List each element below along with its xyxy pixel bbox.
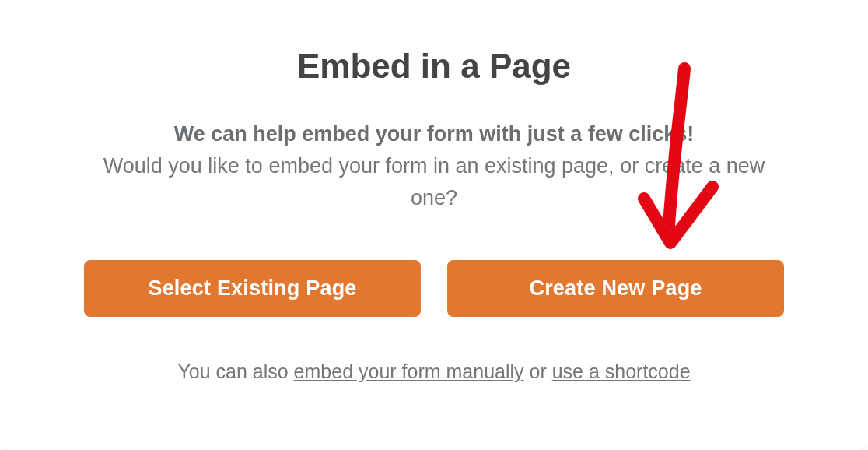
create-new-page-button[interactable]: Create New Page xyxy=(447,260,784,317)
button-row: Select Existing Page Create New Page xyxy=(78,260,790,317)
modal-description: We can help embed your form with just a … xyxy=(78,118,790,215)
select-existing-page-button[interactable]: Select Existing Page xyxy=(84,260,421,317)
footer-prefix: You can also xyxy=(177,360,293,382)
embed-manually-link[interactable]: embed your form manually xyxy=(294,360,524,382)
embed-modal: Embed in a Page We can help embed your f… xyxy=(0,0,868,450)
modal-title: Embed in a Page xyxy=(78,47,790,86)
use-shortcode-link[interactable]: use a shortcode xyxy=(552,360,691,382)
footer-middle: or xyxy=(524,360,552,382)
subtitle-regular: Would you like to embed your form in an … xyxy=(78,150,790,216)
subtitle-bold: We can help embed your form with just a … xyxy=(78,118,790,150)
footer-text: You can also embed your form manually or… xyxy=(78,360,790,383)
